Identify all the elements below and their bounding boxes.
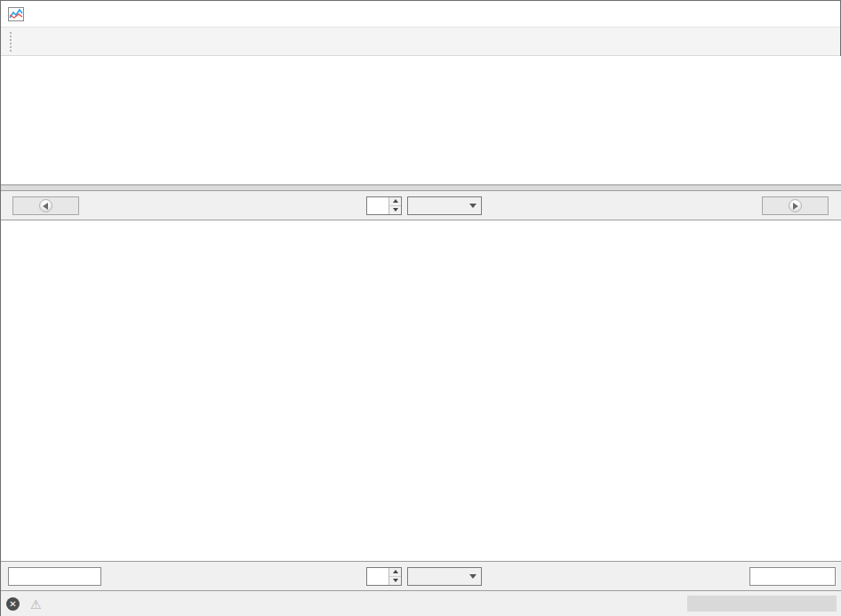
errors-icon: ✕	[6, 597, 20, 611]
main-chart-panel	[1, 220, 841, 561]
navigate-forward-button[interactable]	[762, 196, 829, 215]
display-step-up[interactable]	[389, 568, 401, 577]
display-step-down[interactable]	[389, 577, 401, 585]
toolbar-grip[interactable]	[10, 32, 13, 52]
footer-panel	[1, 561, 841, 591]
panel-splitter[interactable]	[1, 185, 841, 191]
main-chart[interactable]	[1, 220, 841, 561]
progress-placeholder	[687, 596, 837, 612]
maximize-button[interactable]	[758, 1, 799, 28]
navigate-unit-select[interactable]	[407, 196, 482, 215]
minimize-button[interactable]	[717, 1, 758, 28]
navigate-forward-icon	[789, 199, 802, 212]
navigation-panel	[1, 191, 841, 220]
navigate-step-spinner	[366, 196, 402, 215]
display-step-input[interactable]	[367, 568, 388, 585]
display-step-spinner	[366, 567, 402, 586]
display-unit-select[interactable]	[407, 567, 482, 586]
overview-chart[interactable]	[1, 56, 841, 185]
navigate-step-up[interactable]	[389, 197, 401, 206]
titlebar	[1, 1, 840, 28]
toolbar	[1, 28, 840, 56]
navigate-step-down[interactable]	[389, 206, 401, 214]
chevron-down-icon	[469, 574, 477, 579]
status-bar: ✕ ⚠	[1, 591, 841, 616]
bluem-wave-window: ✕ ⚠	[0, 0, 841, 616]
close-button[interactable]	[799, 1, 840, 28]
navigate-step-input[interactable]	[367, 197, 388, 214]
warning-icon: ⚠	[30, 597, 42, 612]
overview-chart-panel	[1, 56, 841, 185]
display-end-date[interactable]	[749, 567, 836, 586]
chevron-down-icon	[469, 204, 477, 208]
app-icon	[8, 7, 24, 21]
